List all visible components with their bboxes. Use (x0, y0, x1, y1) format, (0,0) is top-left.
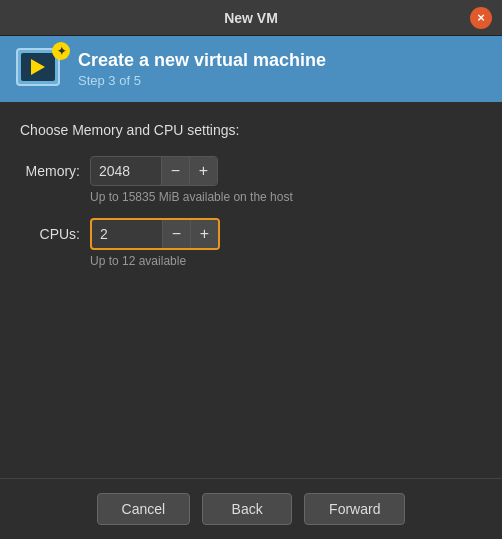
memory-input[interactable] (91, 159, 161, 183)
header-text: Create a new virtual machine Step 3 of 5 (78, 50, 326, 88)
wizard-icon: ✦ (16, 48, 64, 90)
title-bar: New VM × (0, 0, 502, 36)
content-area: Choose Memory and CPU settings: Memory: … (0, 102, 502, 478)
close-button[interactable]: × (470, 7, 492, 29)
play-icon (31, 59, 45, 75)
memory-decrement-button[interactable]: − (161, 157, 189, 185)
window-title: New VM (224, 10, 278, 26)
cpus-decrement-button[interactable]: − (162, 220, 190, 248)
header-subtitle: Step 3 of 5 (78, 73, 326, 88)
header-main-title: Create a new virtual machine (78, 50, 326, 71)
close-icon: × (477, 10, 485, 25)
footer: Cancel Back Forward (0, 478, 502, 539)
header-banner: ✦ Create a new virtual machine Step 3 of… (0, 36, 502, 102)
memory-hint: Up to 15835 MiB available on the host (90, 190, 482, 204)
section-label: Choose Memory and CPU settings: (20, 122, 482, 138)
forward-button[interactable]: Forward (304, 493, 405, 525)
cpus-input[interactable] (92, 222, 162, 246)
cancel-button[interactable]: Cancel (97, 493, 191, 525)
memory-increment-button[interactable]: + (189, 157, 217, 185)
memory-row: Memory: − + (20, 156, 482, 186)
cpus-row: CPUs: − + (20, 218, 482, 250)
memory-spinner: − + (90, 156, 218, 186)
cpus-hint: Up to 12 available (90, 254, 482, 268)
back-button[interactable]: Back (202, 493, 292, 525)
badge-star-icon: ✦ (52, 42, 70, 60)
memory-label: Memory: (20, 163, 90, 179)
cpus-label: CPUs: (20, 226, 90, 242)
cpus-increment-button[interactable]: + (190, 220, 218, 248)
cpus-spinner: − + (90, 218, 220, 250)
